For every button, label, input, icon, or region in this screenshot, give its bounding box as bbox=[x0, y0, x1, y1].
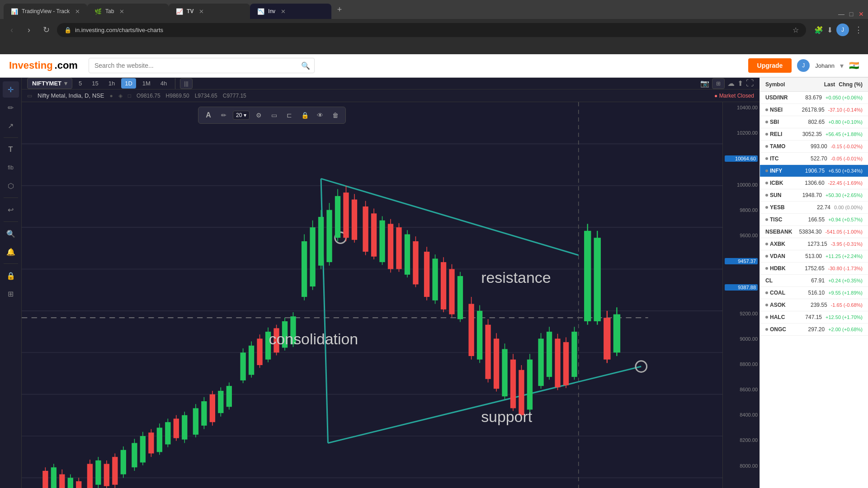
watchlist-scroll[interactable]: USD/INR83.679+0.050 (+0.06%)NSEI26178.95… bbox=[760, 92, 868, 488]
symbol-selector[interactable]: NIFTYMET ▾ bbox=[27, 78, 72, 89]
tab-close-1[interactable]: ✕ bbox=[75, 8, 80, 15]
extensions-icon[interactable]: 🧩 bbox=[814, 26, 823, 34]
browser-tab-1[interactable]: 📊 TradingView - Track ✕ bbox=[4, 4, 87, 19]
star-icon[interactable]: ☆ bbox=[793, 26, 799, 34]
watchlist-item[interactable]: RELI3052.35+56.45 (+1.88%) bbox=[760, 128, 868, 141]
text-tool[interactable]: T bbox=[3, 141, 19, 158]
tab-close-active[interactable]: ✕ bbox=[281, 8, 286, 15]
browser-tab-2[interactable]: 🌿 Tab ✕ bbox=[87, 4, 169, 19]
stock-change: -0.05 (-0.01%) bbox=[831, 156, 863, 161]
candlestick-chart[interactable]: resistance support consolidation 2024-04… bbox=[22, 102, 760, 488]
watchlist-item[interactable]: COAL516.10+9.55 (+1.89%) bbox=[760, 287, 868, 299]
stock-name: ONGC bbox=[765, 326, 804, 333]
watchlist-item[interactable]: NSEI26178.95-37.10 (-0.14%) bbox=[760, 104, 868, 116]
lock-tool[interactable]: 🔒 bbox=[3, 267, 19, 284]
watchlist-item[interactable]: TAMO993.00-0.15 (-0.02%) bbox=[760, 141, 868, 153]
upgrade-button[interactable]: Upgrade bbox=[748, 58, 792, 73]
draw-pen-btn[interactable]: ✏ bbox=[217, 109, 230, 122]
draw-text-btn[interactable]: A bbox=[202, 109, 215, 122]
draw-lock-btn[interactable]: 🔒 bbox=[298, 109, 311, 122]
tab-close-3[interactable]: ✕ bbox=[199, 8, 204, 15]
forward-button[interactable]: › bbox=[23, 25, 35, 35]
support-label: support bbox=[481, 408, 533, 425]
timeframe-1m[interactable]: 1M bbox=[139, 78, 154, 89]
close-button[interactable]: ✕ bbox=[858, 11, 864, 17]
back-button[interactable]: ‹ bbox=[5, 25, 18, 35]
camera-icon[interactable]: 📷 bbox=[700, 79, 709, 88]
cloud-icon[interactable]: ☁ bbox=[727, 79, 735, 88]
watchlist-item[interactable]: NSEBANK53834.30-541.05 (-1.00%) bbox=[760, 226, 868, 238]
refresh-button[interactable]: ↻ bbox=[40, 25, 52, 35]
pattern-tool[interactable]: ⬡ bbox=[3, 178, 19, 194]
search-icon[interactable]: 🔍 bbox=[301, 61, 310, 70]
watchlist-item[interactable]: ASOK239.55-1.65 (-0.68%) bbox=[760, 299, 868, 311]
minimize-button[interactable]: — bbox=[838, 11, 844, 17]
watchlist-item[interactable]: INFY1906.75+6.50 (+0.34%) bbox=[760, 165, 868, 177]
tab-close-2[interactable]: ✕ bbox=[119, 8, 124, 15]
draw-settings-btn[interactable]: ⚙ bbox=[252, 109, 265, 122]
stock-dot bbox=[765, 133, 768, 136]
draw-size-selector[interactable]: 20 ▾ bbox=[233, 111, 250, 120]
search-tool[interactable]: 🔍 bbox=[3, 225, 19, 242]
stock-price: 802.65 bbox=[808, 119, 825, 125]
stock-name: AXBK bbox=[765, 241, 804, 247]
watchlist-item[interactable]: ONGC297.20+2.00 (+0.68%) bbox=[760, 324, 868, 336]
tab-label-2: Tab bbox=[105, 8, 114, 14]
chart-area[interactable]: A ✏ 20 ▾ ⚙ ▭ ⊏ 🔒 👁 🗑 bbox=[22, 102, 760, 488]
fibonacci-tool[interactable]: fib bbox=[3, 160, 19, 176]
watchlist-item[interactable]: VDAN513.00+11.25 (+2.24%) bbox=[760, 250, 868, 263]
stock-dot bbox=[765, 267, 768, 270]
user-avatar[interactable]: J bbox=[836, 23, 849, 36]
user-icon[interactable]: J bbox=[797, 59, 810, 72]
fullscreen-icon[interactable]: ⛶ bbox=[746, 79, 754, 88]
menu-icon[interactable]: ⋮ bbox=[854, 25, 863, 35]
user-dropdown-icon[interactable]: ▾ bbox=[840, 61, 844, 70]
stock-name: YESB bbox=[765, 204, 813, 211]
pen-tool[interactable]: ✏ bbox=[3, 99, 19, 116]
watchlist-item[interactable]: CL67.91+0.24 (+0.35%) bbox=[760, 275, 868, 287]
watchlist-item[interactable]: ICBK1306.60-22.45 (-1.69%) bbox=[760, 177, 868, 189]
timeframe-15[interactable]: 15 bbox=[88, 78, 102, 89]
address-bar[interactable]: 🔒 in.investing.com/charts/live-charts ☆ bbox=[57, 23, 806, 37]
draw-eye-btn[interactable]: 👁 bbox=[314, 109, 326, 122]
stock-change: +0.80 (+0.10%) bbox=[828, 119, 863, 125]
draw-line-btn[interactable]: ⊏ bbox=[283, 109, 296, 122]
timeframe-1h[interactable]: 1h bbox=[105, 78, 118, 89]
lock-icon: 🔒 bbox=[64, 27, 71, 33]
browser-tab-3[interactable]: 📈 TV ✕ bbox=[169, 4, 250, 19]
user-name[interactable]: Johann bbox=[815, 62, 835, 69]
watchlist-item[interactable]: SUN1948.70+50.30 (+2.65%) bbox=[760, 189, 868, 202]
maximize-button[interactable]: □ bbox=[848, 11, 854, 17]
layout-selector[interactable]: ⊞ bbox=[712, 78, 725, 89]
new-tab-button[interactable]: + bbox=[333, 3, 346, 16]
timeframe-5[interactable]: 5 bbox=[75, 78, 85, 89]
interval-selector[interactable]: ||| bbox=[180, 78, 192, 89]
undo-tool[interactable]: ↩ bbox=[3, 202, 19, 218]
browser-tab-active[interactable]: 📉 Inv ✕ bbox=[250, 4, 331, 19]
timeframe-4h[interactable]: 4h bbox=[157, 78, 170, 89]
search-input[interactable] bbox=[89, 58, 315, 73]
stock-dot bbox=[765, 206, 768, 209]
site-logo: Investing bbox=[9, 60, 53, 71]
price-10064: 10064.60 bbox=[725, 155, 758, 162]
watchlist-item[interactable]: SBI802.65+0.80 (+0.10%) bbox=[760, 116, 868, 128]
alert-tool[interactable]: 🔔 bbox=[3, 244, 19, 260]
upload-icon[interactable]: ⬆ bbox=[737, 79, 743, 88]
layers-tool[interactable]: ⊞ bbox=[3, 286, 19, 302]
watchlist-item[interactable]: AXBK1273.15-3.95 (-0.31%) bbox=[760, 238, 868, 250]
stock-price: 1752.65 bbox=[805, 265, 824, 272]
tab-favicon-1: 📊 bbox=[11, 8, 18, 15]
watchlist-item[interactable]: HALC747.15+12.50 (+1.70%) bbox=[760, 311, 868, 324]
arrow-tool[interactable]: ↗ bbox=[3, 117, 19, 134]
crosshair-tool[interactable]: ✛ bbox=[3, 81, 19, 98]
watchlist-item[interactable]: ITC522.70-0.05 (-0.01%) bbox=[760, 153, 868, 165]
tab-label-1: TradingView - Track bbox=[22, 8, 70, 14]
watchlist-item[interactable]: YESB22.740.00 (0.00%) bbox=[760, 202, 868, 214]
timeframe-1d[interactable]: 1D bbox=[121, 78, 136, 89]
draw-trash-btn[interactable]: 🗑 bbox=[329, 109, 342, 122]
watchlist-item[interactable]: HDBK1752.65-30.80 (-1.73%) bbox=[760, 263, 868, 275]
draw-rect-btn[interactable]: ▭ bbox=[268, 109, 280, 122]
watchlist-item[interactable]: USD/INR83.679+0.050 (+0.06%) bbox=[760, 92, 868, 104]
download-icon[interactable]: ⬇ bbox=[827, 26, 833, 34]
watchlist-item[interactable]: TISC166.55+0.94 (+0.57%) bbox=[760, 214, 868, 226]
